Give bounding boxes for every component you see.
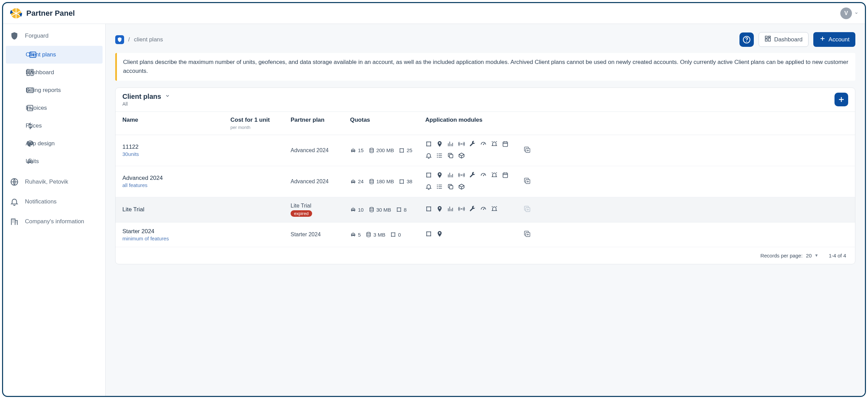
- sidebar-group-label: Ruhavik, Petovik: [25, 178, 68, 185]
- module-icon: [425, 141, 432, 149]
- quotas-cell: 24180 MB38: [350, 178, 425, 185]
- client-plans-card: Client plans All Name Cost for 1 unitper…: [115, 88, 855, 264]
- module-icon: [491, 141, 498, 149]
- table-row[interactable]: Starter 2024minimum of featuresStarter 2…: [116, 223, 855, 247]
- duplicate-button: [523, 205, 531, 214]
- module-icon: [491, 172, 498, 180]
- duplicate-button[interactable]: [523, 230, 531, 239]
- sidebar-item-company-info[interactable]: Company's information: [3, 212, 105, 231]
- module-icon: [447, 141, 454, 149]
- module-icon: [436, 141, 443, 149]
- table-row[interactable]: 1112230unitsAdvanced 202415200 MB25: [116, 135, 855, 166]
- module-icon: [502, 172, 509, 180]
- storage-quota: 200 MB: [369, 147, 394, 154]
- module-icon: [447, 205, 454, 214]
- module-icon: [436, 183, 443, 191]
- plan-name: 11122: [122, 144, 230, 150]
- units-quota: 10: [350, 207, 364, 213]
- module-icon: [469, 172, 476, 180]
- sidebar-item-invoices[interactable]: Invoices: [3, 99, 105, 117]
- dashboard-icon: [26, 68, 35, 77]
- chevron-down-icon[interactable]: [854, 11, 859, 16]
- dashboard-button[interactable]: Dashboard: [759, 32, 808, 47]
- add-account-button[interactable]: Account: [813, 32, 855, 47]
- module-icon: [480, 205, 487, 214]
- sidebar-item-units[interactable]: Units: [3, 152, 105, 170]
- sidebar-item-billing-reports[interactable]: Billing reports: [3, 81, 105, 99]
- module-icon: [458, 183, 465, 191]
- plan-name: Starter 2024: [122, 228, 230, 235]
- app-title: Partner Panel: [26, 9, 75, 18]
- user-avatar[interactable]: V: [840, 8, 852, 19]
- card-title[interactable]: Client plans: [122, 93, 171, 101]
- sidebar-group-label: Forguard: [25, 32, 49, 39]
- help-button[interactable]: [739, 32, 754, 47]
- breadcrumb-current: client plans: [134, 36, 163, 43]
- breadcrumb-home-icon[interactable]: [115, 35, 124, 44]
- add-plan-button[interactable]: [834, 93, 848, 106]
- module-icon: [425, 230, 432, 239]
- geofence-quota: 25: [399, 147, 412, 154]
- sidebar-item-label: Notifications: [25, 198, 57, 205]
- module-icon: [436, 205, 443, 214]
- sidebar-item-dashboard[interactable]: Dashboard: [3, 64, 105, 81]
- th-quotas: Quotas: [350, 117, 425, 130]
- storage-quota: 180 MB: [369, 178, 394, 185]
- table-row[interactable]: Lite TrialLite Trialexpired1030 MB8: [116, 197, 855, 223]
- partner-plan-cell: Lite Trialexpired: [291, 203, 350, 217]
- sidebar-item-app-design[interactable]: App design: [3, 135, 105, 152]
- car-icon: [26, 157, 35, 166]
- dashboard-icon: [764, 35, 771, 44]
- module-icon: [502, 141, 509, 149]
- main-content: / client plans Dashboard Account Client …: [106, 24, 865, 396]
- palette-icon: [26, 139, 35, 148]
- card-filter[interactable]: All: [122, 101, 171, 107]
- module-icon: [491, 205, 498, 214]
- geofence-quota: 8: [396, 207, 406, 213]
- sidebar-group-forguard[interactable]: Forguard: [3, 26, 105, 46]
- module-icon: [436, 230, 443, 239]
- th-cost: Cost for 1 unitper month: [230, 117, 291, 130]
- sidebar-item-client-plans[interactable]: Client plans: [6, 46, 103, 64]
- topbar: Partner Panel V: [3, 3, 865, 24]
- units-quota: 15: [350, 147, 364, 154]
- partner-plan-cell: Advanced 2024: [291, 178, 350, 185]
- geofence-quota: 38: [399, 178, 412, 185]
- building-icon: [10, 217, 19, 226]
- units-quota: 24: [350, 178, 364, 185]
- duplicate-button[interactable]: [523, 146, 531, 155]
- sidebar-item-label: Company's information: [25, 218, 84, 225]
- module-icon: [469, 141, 476, 149]
- module-icon: [447, 183, 454, 191]
- report-icon: [26, 86, 35, 95]
- plan-subtitle: 30units: [122, 151, 230, 157]
- partner-plan-cell: Starter 2024: [291, 231, 350, 238]
- modules-cell: [425, 230, 514, 239]
- module-icon: [425, 172, 432, 180]
- modules-cell: [425, 205, 514, 214]
- table-footer: Records per page: 20 ▼ 1-4 of 4: [116, 247, 855, 264]
- duplicate-button[interactable]: [523, 177, 531, 186]
- geofence-quota: 0: [390, 231, 401, 238]
- dollar-icon: [26, 121, 35, 130]
- breadcrumb: / client plans: [115, 35, 163, 44]
- table-row[interactable]: Advanced 2024all featuresAdvanced 202424…: [116, 166, 855, 197]
- plan-name: Advanced 2024: [122, 175, 230, 182]
- breadcrumb-sep: /: [128, 36, 130, 43]
- plan-subtitle: minimum of features: [122, 236, 230, 241]
- app-logo: [9, 6, 23, 20]
- button-label: Dashboard: [774, 36, 802, 43]
- module-icon: [458, 152, 465, 160]
- module-icon: [458, 205, 465, 214]
- per-page-select[interactable]: 20 ▼: [806, 253, 819, 258]
- quotas-cell: 15200 MB25: [350, 147, 425, 154]
- sidebar-item-prices[interactable]: Prices: [3, 117, 105, 135]
- plan-icon: [28, 50, 37, 59]
- per-page-label: Records per page:: [760, 253, 802, 258]
- module-icon: [425, 205, 432, 214]
- module-icon: [447, 152, 454, 160]
- button-label: Account: [829, 36, 850, 43]
- module-icon: [480, 141, 487, 149]
- quotas-cell: 53 MB0: [350, 231, 425, 238]
- module-icon: [436, 172, 443, 180]
